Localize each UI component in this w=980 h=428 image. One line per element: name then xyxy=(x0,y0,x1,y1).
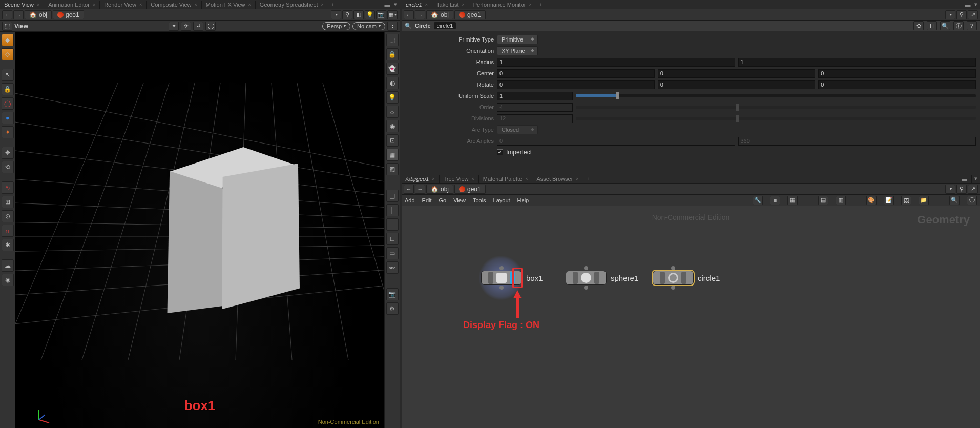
path-geo1[interactable]: geo1 xyxy=(53,10,84,19)
n-path-geo1[interactable]: geo1 xyxy=(454,185,486,194)
tool-move[interactable]: ✥ xyxy=(2,147,14,159)
view-mode-icon[interactable]: ⬚ xyxy=(2,22,12,31)
tool-rotate[interactable]: ⟲ xyxy=(2,161,14,173)
add-net-tab[interactable]: + xyxy=(583,176,593,182)
n-nav-back[interactable]: ← xyxy=(404,185,414,194)
vp-tool-4[interactable]: ⛶ xyxy=(205,22,216,31)
net-tool-b[interactable]: ▥ xyxy=(836,196,846,205)
tab-assetbrowser[interactable]: Asset Browser× xyxy=(532,175,583,183)
rotate-z[interactable] xyxy=(818,80,976,89)
tab-matpalette[interactable]: Material Palette× xyxy=(479,175,533,183)
menu-edit[interactable]: Edit xyxy=(422,197,432,203)
menu-add[interactable]: Add xyxy=(405,197,415,203)
center-z[interactable] xyxy=(818,69,976,78)
net-tool-note[interactable]: 📝 xyxy=(884,196,894,205)
n-path-dd[interactable] xyxy=(945,185,955,194)
radius-x[interactable] xyxy=(497,58,735,67)
vp-display-opts[interactable]: ⋮ xyxy=(387,22,398,31)
node-search-icon[interactable]: 🔍 xyxy=(405,23,412,29)
pin-icon[interactable]: ⚲ xyxy=(342,10,352,19)
nav-fwd-icon[interactable]: → xyxy=(13,10,24,19)
net-tool-palette[interactable]: 🎨 xyxy=(866,196,877,205)
render-dd[interactable]: ▦ xyxy=(387,10,398,19)
tool-snap-point[interactable]: ⊙ xyxy=(2,210,14,222)
pane-maximize[interactable]: ▬ xyxy=(383,2,391,8)
net-info-icon[interactable]: ⓘ xyxy=(967,196,977,205)
tool-arrow[interactable]: ↖ xyxy=(2,69,14,81)
disp-ruler[interactable]: ─ xyxy=(386,218,399,231)
rotate-y[interactable] xyxy=(658,80,816,89)
disp-angle[interactable]: ∟ xyxy=(386,233,399,245)
disp-safe[interactable]: ▭ xyxy=(386,247,399,259)
menu-view[interactable]: View xyxy=(453,197,466,203)
disp-sel-vis[interactable]: ⬚ xyxy=(386,34,399,46)
param-pane-max[interactable]: ▬ xyxy=(964,2,972,8)
tool-snap-grid[interactable]: ⊞ xyxy=(2,196,14,208)
disp-xray[interactable]: ⊡ xyxy=(386,134,399,147)
path-dropdown[interactable] xyxy=(331,10,341,19)
add-param-tab[interactable]: + xyxy=(536,2,546,8)
tool-snap-curve[interactable]: ∿ xyxy=(2,181,14,194)
tool-lock[interactable]: 🔒 xyxy=(2,83,14,95)
net-find-icon[interactable]: 🔍 xyxy=(949,196,960,205)
nav-back-icon[interactable]: ← xyxy=(2,10,12,19)
tab-geo-spreadsheet[interactable]: Geometry Spreadsheet× xyxy=(256,1,328,9)
tool-paint[interactable]: ● xyxy=(2,112,14,124)
snapshot-icon[interactable]: ◧ xyxy=(353,10,364,19)
p-path-obj[interactable]: 🏠obj xyxy=(426,10,453,19)
uscale-field[interactable] xyxy=(497,92,573,100)
pane-menu[interactable]: ▾ xyxy=(391,1,400,8)
vp-tool-3[interactable]: ⤾ xyxy=(193,22,203,31)
disp-options[interactable]: ⚙ xyxy=(386,302,399,315)
p-nav-fwd[interactable]: → xyxy=(415,10,425,19)
tool-snap-magnet[interactable]: ∩ xyxy=(2,225,14,237)
param-pane-menu[interactable]: ▾ xyxy=(972,1,980,8)
tool-select-obj[interactable]: ◆ xyxy=(2,34,14,46)
net-tool-grid[interactable]: ▦ xyxy=(787,196,798,205)
node-sphere1[interactable]: sphere1 xyxy=(566,271,638,285)
imperfect-check[interactable]: ✔ xyxy=(497,149,503,155)
disp-text[interactable]: abc xyxy=(386,261,399,274)
tab-composite-view[interactable]: Composite View× xyxy=(147,1,202,9)
tab-render-view[interactable]: Render View× xyxy=(100,1,147,9)
vp-tool-2[interactable]: ✈ xyxy=(181,22,191,31)
h-icon[interactable]: H xyxy=(927,21,937,30)
camera-icon[interactable]: 📷 xyxy=(376,10,386,19)
camera-persp[interactable]: Persp xyxy=(322,22,350,30)
center-x[interactable] xyxy=(497,69,655,78)
tab-scene-view[interactable]: Scene View× xyxy=(0,1,44,9)
menu-tools[interactable]: Tools xyxy=(473,197,486,203)
network-canvas[interactable]: Non-Commercial Edition Geometry box1 sph… xyxy=(402,206,980,428)
p-path-geo1[interactable]: geo1 xyxy=(454,10,486,19)
tab-circle1[interactable]: circle1× xyxy=(402,1,432,9)
vp-tool-1[interactable]: ✦ xyxy=(169,22,179,31)
add-tab[interactable]: + xyxy=(328,2,338,8)
disp-light[interactable]: 💡 xyxy=(386,91,399,104)
camera-nocam[interactable]: No cam xyxy=(352,22,385,30)
tab-motion-fx[interactable]: Motion FX View× xyxy=(202,1,256,9)
menu-layout[interactable]: Layout xyxy=(493,197,510,203)
tab-animation-editor[interactable]: Animation Editor× xyxy=(44,1,100,9)
menu-help[interactable]: Help xyxy=(517,197,529,203)
help-icon[interactable]: ? xyxy=(967,21,977,30)
tool-select-comp[interactable]: ◇ xyxy=(2,48,14,60)
disp-cplane[interactable]: ◫ xyxy=(386,190,399,202)
n-ext[interactable]: ↗ xyxy=(968,185,978,194)
orient-select[interactable]: XY Plane xyxy=(497,46,538,55)
p-pin[interactable]: ⚲ xyxy=(956,10,967,19)
n-pin[interactable]: ⚲ xyxy=(956,185,967,194)
radius-y[interactable] xyxy=(738,58,976,67)
n-nav-fwd[interactable]: → xyxy=(415,185,425,194)
tool-snap-multi[interactable]: ✱ xyxy=(2,239,14,251)
node-circle1[interactable]: circle1 xyxy=(653,271,720,285)
viewport-cube[interactable] xyxy=(143,147,297,316)
disp-bulb2[interactable]: ☼ xyxy=(386,106,399,118)
disp-shade[interactable]: ◐ xyxy=(386,77,399,89)
disp-bg[interactable]: ▨ xyxy=(386,163,399,175)
tool-cloud[interactable]: ☁ xyxy=(2,259,14,272)
net-tool-a[interactable]: ▤ xyxy=(818,196,828,205)
tool-brush[interactable]: ✦ xyxy=(2,126,14,138)
n-path-obj[interactable]: 🏠obj xyxy=(426,185,453,194)
net-pane-max[interactable]: ▬ xyxy=(957,175,972,183)
viewport[interactable]: ◆ ◇ ↖ 🔒 ◯ ● ✦ ✥ ⟲ ∿ ⊞ ⊙ ∩ ✱ ☁ ◉ xyxy=(0,32,400,428)
